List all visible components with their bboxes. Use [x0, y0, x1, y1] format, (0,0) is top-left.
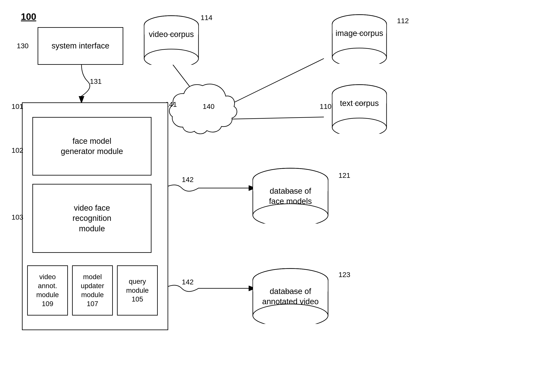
ref-123: 123	[338, 271, 350, 279]
video-annot-label: video annot. module 109	[36, 273, 59, 309]
face-model-generator-box: face model generator module	[32, 117, 151, 176]
query-module-label: query module 105	[126, 277, 149, 304]
db-face-models-cylinder: database of face models	[251, 165, 330, 224]
ref-112: 112	[397, 17, 409, 25]
ref-114: 114	[201, 14, 212, 22]
svg-point-26	[253, 304, 328, 324]
ref-142a: 142	[182, 176, 194, 184]
system-interface-box: system interface	[38, 27, 123, 65]
svg-line-7	[230, 117, 324, 119]
diagram: 100 system interface 130 131 video corpu…	[0, 0, 547, 392]
db-annotated-video-label: database of annotated video	[262, 287, 319, 306]
face-model-generator-label: face model generator module	[61, 136, 123, 157]
ref-102: 102	[12, 146, 23, 154]
text-corpus-cylinder: text corpus	[330, 82, 389, 134]
ref-131: 131	[90, 77, 102, 85]
diagram-title: 100	[21, 12, 36, 22]
image-corpus-label: image corpus	[335, 29, 383, 38]
svg-line-6	[230, 59, 324, 104]
network-label: 140	[203, 102, 215, 110]
model-updater-label: model updater module 107	[81, 273, 104, 309]
video-face-recognition-label: video face recognition module	[73, 203, 111, 234]
ref-121: 121	[338, 171, 350, 179]
db-annotated-video-cylinder: database of annotated video	[251, 265, 330, 324]
network-cloud: 140	[167, 79, 238, 139]
system-interface-label: system interface	[52, 41, 109, 51]
ref-101: 101	[12, 102, 23, 110]
video-annot-box: video annot. module 109	[27, 265, 68, 316]
video-face-recognition-box: video face recognition module	[32, 184, 151, 253]
query-module-box: query module 105	[117, 265, 158, 316]
ref-130: 130	[17, 42, 29, 50]
model-updater-box: model updater module 107	[72, 265, 113, 316]
video-corpus-label: video corpus	[149, 30, 194, 39]
ref-110: 110	[320, 102, 332, 110]
ref-103: 103	[12, 213, 23, 221]
db-face-models-label: database of face models	[269, 187, 312, 206]
text-corpus-label: text corpus	[340, 99, 379, 108]
image-corpus-cylinder: image corpus	[330, 12, 389, 64]
ref-142b: 142	[182, 278, 194, 286]
video-corpus-cylinder: video corpus	[142, 13, 201, 65]
svg-point-22	[253, 204, 328, 224]
